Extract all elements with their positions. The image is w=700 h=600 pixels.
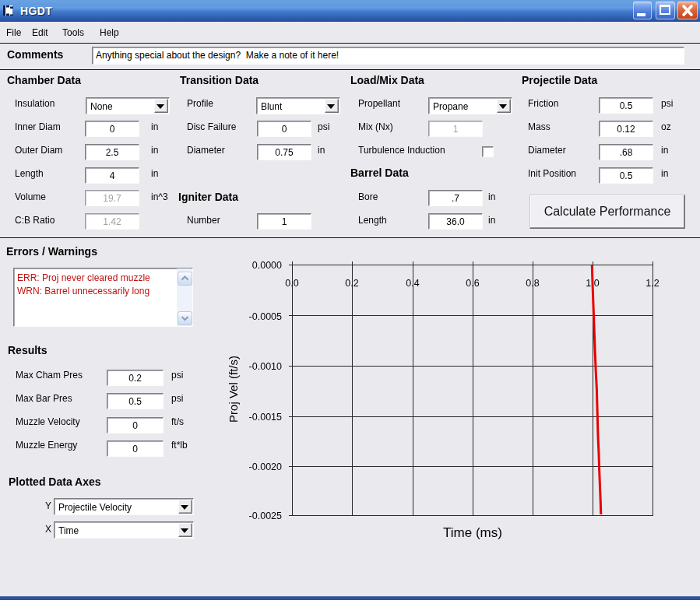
svg-text:0.2: 0.2 (345, 278, 358, 289)
svg-text:1.2: 1.2 (645, 278, 659, 289)
svg-text:-0.0005: -0.0005 (249, 311, 282, 322)
svg-text:-0.0020: -0.0020 (249, 461, 282, 472)
svg-text:0.4: 0.4 (406, 278, 419, 289)
svg-text:Proj Vel (ft/s): Proj Vel (ft/s) (227, 356, 240, 423)
svg-text:-0.0025: -0.0025 (249, 511, 282, 521)
svg-text:0.6: 0.6 (466, 278, 479, 289)
svg-text:0.0: 0.0 (285, 278, 298, 289)
svg-text:-0.0015: -0.0015 (249, 412, 282, 423)
svg-text:0.0000: 0.0000 (252, 260, 282, 271)
svg-text:0.8: 0.8 (526, 278, 539, 289)
svg-text:Time (ms): Time (ms) (443, 525, 502, 540)
svg-text:-0.0010: -0.0010 (249, 361, 282, 372)
